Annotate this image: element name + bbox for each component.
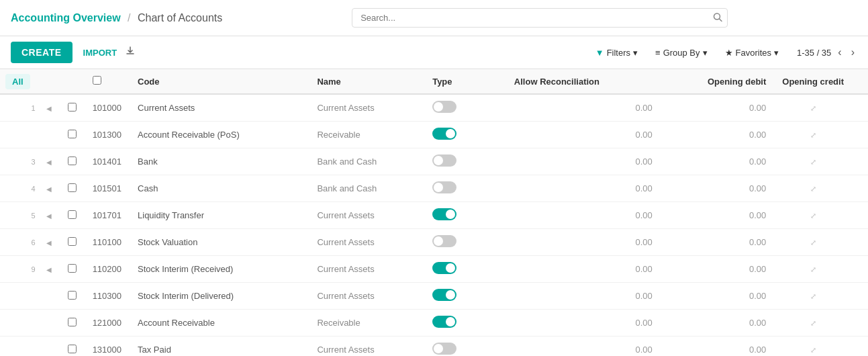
create-button[interactable]: CREATE: [11, 42, 73, 63]
expand-col: [38, 122, 60, 148]
row-checkbox[interactable]: [68, 345, 77, 353]
expand-col-header: [852, 69, 868, 94]
row-checkbox[interactable]: [68, 237, 77, 246]
reconcile-cell: [424, 256, 506, 283]
expand-col: ◀: [38, 202, 60, 229]
select-all-checkbox[interactable]: [93, 76, 101, 85]
type-header: Type: [424, 69, 506, 94]
filters-button[interactable]: ▼ Filters ▾: [588, 44, 645, 62]
opening-debit: 0.00: [506, 94, 661, 122]
import-button[interactable]: IMPORT: [83, 48, 117, 58]
reconcile-header: Allow Reconciliation: [506, 69, 661, 94]
row-expand-arrow-cell: ⤢: [774, 202, 852, 229]
opening-debit: 0.00: [506, 337, 661, 357]
search-icon: [713, 12, 722, 24]
reconcile-toggle[interactable]: [432, 235, 456, 247]
favorites-label: Favorites: [736, 48, 771, 58]
row-num: 5: [0, 202, 38, 229]
row-arrow-icon[interactable]: ⤢: [810, 104, 816, 112]
row-expand-arrow-cell: ⤢: [774, 122, 852, 148]
page-title: Chart of Accounts: [138, 12, 222, 24]
row-expand-btn[interactable]: ◀: [46, 266, 52, 273]
opening-credit: 0.00: [661, 202, 775, 229]
expand-col: [38, 337, 60, 357]
opening-credit: 0.00: [661, 256, 775, 283]
opening-credit: 0.00: [661, 122, 775, 148]
row-checkbox[interactable]: [68, 183, 77, 192]
row-arrow-icon[interactable]: ⤢: [810, 185, 816, 193]
search-input[interactable]: [352, 8, 728, 28]
code-header: Code: [130, 69, 309, 94]
account-name: Tax Paid: [130, 337, 309, 357]
reconcile-toggle[interactable]: [432, 316, 456, 328]
row-arrow-icon[interactable]: ⤢: [810, 346, 816, 354]
groupby-button[interactable]: ≡ Group By ▾: [648, 44, 715, 62]
reconcile-cell: [424, 337, 506, 357]
download-button[interactable]: [125, 46, 136, 59]
reconcile-toggle[interactable]: [432, 128, 456, 140]
reconcile-toggle[interactable]: [432, 343, 456, 355]
row-num: 9: [0, 256, 38, 283]
row-checkbox[interactable]: [68, 130, 77, 138]
row-arrow-icon[interactable]: ⤢: [810, 238, 816, 247]
row-checkbox[interactable]: [68, 157, 77, 165]
debit-header: Opening debit: [661, 69, 775, 94]
row-expand-btn[interactable]: ◀: [46, 105, 52, 112]
filter-icon: ▼: [595, 48, 604, 58]
row-arrow-icon[interactable]: ⤢: [810, 319, 816, 327]
opening-credit: 0.00: [661, 310, 775, 337]
row-expand-btn[interactable]: ◀: [46, 212, 52, 220]
row-checkbox-cell: [60, 94, 85, 122]
opening-debit: 0.00: [506, 202, 661, 229]
reconcile-toggle[interactable]: [432, 289, 456, 301]
row-checkbox-cell: [60, 202, 85, 229]
table-container: All Code Name Type Allow Reconciliation …: [0, 69, 868, 356]
reconcile-cell: [424, 122, 506, 148]
name-header: Name: [309, 69, 424, 94]
account-code: 131000: [85, 337, 130, 357]
row-arrow-icon[interactable]: ⤢: [810, 131, 816, 139]
row-expand-arrow-cell: ⤢: [774, 229, 852, 256]
row-expand-arrow-cell: ⤢: [774, 94, 852, 122]
row-expand-btn[interactable]: ◀: [46, 185, 52, 193]
account-type: Bank and Cash: [309, 148, 424, 175]
row-checkbox[interactable]: [68, 291, 77, 300]
pagination: 1-35 / 35 ‹ ›: [797, 45, 857, 60]
search-wrapper: [352, 8, 728, 28]
row-expand-arrow-cell: ⤢: [774, 148, 852, 175]
account-type: Bank and Cash: [309, 175, 424, 202]
opening-debit: 0.00: [506, 256, 661, 283]
row-checkbox[interactable]: [68, 318, 77, 326]
all-tab-label[interactable]: All: [5, 74, 30, 89]
favorites-button[interactable]: ★ Favorites ▾: [718, 44, 786, 62]
reconcile-cell: [424, 229, 506, 256]
reconcile-toggle[interactable]: [432, 154, 456, 167]
row-arrow-icon[interactable]: ⤢: [810, 158, 816, 166]
row-expand-btn[interactable]: ◀: [46, 239, 52, 247]
row-expand-arrow-cell: ⤢: [774, 310, 852, 337]
reconcile-toggle[interactable]: [432, 101, 456, 113]
expand-col: ◀: [38, 256, 60, 283]
row-checkbox[interactable]: [68, 103, 77, 112]
search-bar: [338, 8, 741, 28]
account-code: 101701: [85, 202, 130, 229]
row-checkbox[interactable]: [68, 264, 77, 273]
top-bar: Accounting Overview / Chart of Accounts: [0, 0, 868, 36]
row-arrow-icon[interactable]: ⤢: [810, 212, 816, 220]
pagination-prev[interactable]: ‹: [835, 45, 844, 60]
row-arrow-icon[interactable]: ⤢: [810, 292, 816, 300]
pagination-next[interactable]: ›: [849, 45, 857, 60]
reconcile-toggle[interactable]: [432, 208, 456, 220]
reconcile-toggle[interactable]: [432, 181, 456, 193]
account-type: Current Assets: [309, 337, 424, 357]
reconcile-cell: [424, 310, 506, 337]
filters-chevron: ▾: [633, 48, 638, 58]
row-arrow-icon[interactable]: ⤢: [810, 265, 816, 273]
row-checkbox[interactable]: [68, 210, 77, 219]
reconcile-toggle[interactable]: [432, 262, 456, 274]
account-type: Receivable: [309, 310, 424, 337]
row-expand-btn[interactable]: ◀: [46, 159, 52, 166]
breadcrumb: Accounting Overview / Chart of Accounts: [11, 12, 222, 24]
row-checkbox-cell: [60, 283, 85, 310]
account-type: Receivable: [309, 122, 424, 148]
